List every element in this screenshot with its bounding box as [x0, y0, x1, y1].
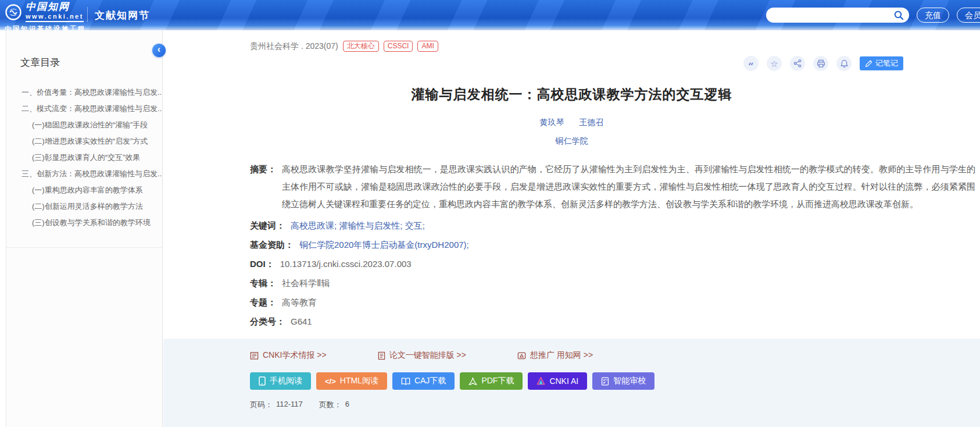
doi-label: DOI：	[250, 258, 274, 271]
topic-label: 专题：	[250, 296, 276, 309]
toc-item-1[interactable]: 一、价值考量：高校思政课灌输性与启发...	[6, 84, 162, 101]
abstract-text: 高校思政课教学坚持灌输与启发相统一，是思政课实践认识的产物，它经历了从灌输性为主…	[282, 161, 975, 213]
clc-row: 分类号： G641	[250, 315, 975, 328]
print-button[interactable]	[813, 56, 828, 71]
take-note-button[interactable]: 记笔记	[860, 56, 903, 70]
keywords-label: 关键词：	[250, 219, 285, 232]
toc-item-3-2[interactable]: (二)创新运用灵活多样的教学方法	[6, 198, 162, 215]
member-button[interactable]: 会员	[957, 8, 980, 23]
promo-smart-typeset[interactable]: 论文一键智能排版 >>	[378, 350, 466, 361]
clc-label: 分类号：	[250, 315, 285, 328]
topic-row: 专题： 高等教育	[250, 296, 975, 309]
doi-value: 10.13713/j.cnki.cssci.2023.07.003	[280, 258, 412, 271]
code-icon: </>	[325, 377, 336, 386]
button-label: HTML阅读	[340, 376, 378, 386]
printer-icon	[817, 59, 825, 68]
cnki-logo-icon	[5, 3, 22, 21]
search-input[interactable]	[766, 8, 909, 23]
quote-icon: “	[748, 64, 754, 69]
toc-item-3-1[interactable]: (一)重构思政内容丰富的教学体系	[6, 182, 162, 198]
header-search-box	[766, 8, 909, 23]
ai-logo-icon	[537, 377, 545, 385]
fund-row: 基金资助： 铜仁学院2020年博士启动基金(trxyDH2007);	[250, 239, 975, 251]
pencil-icon	[865, 60, 872, 67]
toc-item-3-3[interactable]: (三)创设教与学关系和谐的教学环境	[6, 215, 162, 231]
journal-row: 贵州社会科学 . 2023(07) 北大核心 CSSCI AMI	[163, 30, 980, 52]
album-label: 专辑：	[250, 277, 276, 290]
article-main: 贵州社会科学 . 2023(07) 北大核心 CSSCI AMI “ ☆	[163, 30, 980, 427]
badge-ami[interactable]: AMI	[417, 41, 438, 52]
cnki-logo[interactable]: 中国知网 www.cnki.net 中国知识基础设施工程	[5, 2, 86, 30]
cite-button[interactable]: “	[743, 56, 759, 71]
author-row: 黄玖琴 王德召	[163, 118, 980, 128]
promo-label: 想推广 用知网 >>	[530, 350, 593, 361]
toc-title: 文章目录	[20, 56, 162, 69]
journal-link[interactable]: 贵州社会科学 . 2023(07)	[250, 41, 338, 52]
html-read-button[interactable]: </> HTML阅读	[316, 372, 387, 390]
button-label: PDF下载	[481, 376, 514, 386]
article-meta: 摘要： 高校思政课教学坚持灌输与启发相统一，是思政课实践认识的产物，它经历了从灌…	[250, 161, 975, 328]
promo-academic-intel[interactable]: CNKI学术情报 >>	[250, 350, 327, 361]
article-action-toolbar: “ ☆	[743, 56, 903, 71]
share-icon	[793, 59, 802, 67]
toc-item-2-2[interactable]: (二)增进思政课实效性的“启发”方式	[6, 133, 162, 150]
album-value: 社会科学Ⅱ辑	[282, 277, 330, 290]
mobile-read-button[interactable]: 手机阅读	[250, 372, 311, 390]
page-count-label: 页数：	[319, 400, 342, 410]
proofread-icon	[601, 377, 609, 386]
keywords-value[interactable]: 高校思政课; 灌输性与启发性; 交互;	[291, 219, 425, 232]
button-label: 手机阅读	[270, 376, 302, 386]
keywords-row: 关键词： 高校思政课; 灌输性与启发性; 交互;	[250, 219, 975, 232]
promo-label: 论文一键智能排版 >>	[389, 350, 466, 361]
badge-cssci[interactable]: CSSCI	[384, 41, 413, 52]
clc-value: G641	[291, 315, 312, 328]
promo-row: CNKI学术情报 >> 论文一键智能排版 >> 想推广 用知网 >>	[250, 339, 980, 361]
toc-list: 一、价值考量：高校思政课灌输性与启发... 二、模式流变：高校思政课灌输性与启发…	[6, 84, 162, 231]
caj-download-button[interactable]: CAJ下载	[392, 372, 455, 390]
site-section-title: 文献知网节	[95, 9, 150, 22]
note-button-label: 记笔记	[875, 58, 898, 69]
abstract-row: 摘要： 高校思政课教学坚持灌输与启发相统一，是思政课实践认识的产物，它经历了从灌…	[250, 161, 975, 213]
toc-item-2-3[interactable]: (三)彰显思政课育人的“交互”效果	[6, 150, 162, 166]
bell-icon	[840, 59, 849, 68]
button-label: CNKI AI	[549, 376, 578, 386]
toc-item-2-1[interactable]: (一)稳固思政课政治性的“灌输”手段	[6, 117, 162, 133]
pdf-download-button[interactable]: PDF下载	[460, 372, 523, 390]
album-row: 专辑： 社会科学Ⅱ辑	[250, 277, 975, 290]
toc-item-2[interactable]: 二、模式流变：高校思政课灌输性与启发...	[6, 101, 162, 117]
author-link-2[interactable]: 王德召	[580, 118, 604, 128]
phone-icon	[259, 376, 266, 386]
alert-button[interactable]	[836, 56, 852, 71]
article-toc-sidebar: 文章目录 一、价值考量：高校思政课灌输性与启发... 二、模式流变：高校思政课灌…	[6, 30, 163, 427]
logo-url-text: www.cnki.net	[26, 13, 84, 22]
sidebar-divider	[6, 247, 162, 248]
sidebar-collapse-button[interactable]: ‹	[152, 44, 166, 57]
download-button-row: 手机阅读 </> HTML阅读 CAJ下载 PDF下载	[250, 372, 980, 390]
promo-advertise[interactable]: 想推广 用知网 >>	[517, 350, 593, 361]
favorite-button[interactable]: ☆	[767, 56, 782, 71]
newspaper-icon	[250, 351, 259, 360]
fund-value[interactable]: 铜仁学院2020年博士启动基金(trxyDH2007);	[299, 239, 469, 251]
header-divider	[87, 7, 88, 22]
smart-proofread-button[interactable]: 智能审校	[592, 372, 654, 390]
share-button[interactable]	[790, 56, 805, 71]
toc-item-3[interactable]: 三、创新方法：高校思政课灌输性与启发...	[6, 166, 162, 182]
button-label: 智能审校	[613, 376, 646, 386]
abstract-label: 摘要：	[250, 161, 276, 213]
affiliation-link[interactable]: 铜仁学院	[163, 136, 980, 147]
badge-beida-core[interactable]: 北大核心	[343, 41, 379, 52]
article-title: 灌输与启发相统一：高校思政课教学方法的交互逻辑	[198, 86, 945, 104]
search-icon[interactable]	[893, 10, 904, 20]
megaphone-icon	[517, 351, 526, 360]
article-footer: CNKI学术情报 >> 论文一键智能排版 >> 想推广 用知网 >>	[163, 339, 980, 427]
document-icon	[378, 351, 385, 360]
cnki-ai-button[interactable]: CNKI AI	[528, 372, 587, 390]
author-link-1[interactable]: 黄玖琴	[540, 118, 564, 128]
page-range-label: 页码：	[250, 400, 273, 410]
recharge-button[interactable]: 充值	[917, 8, 949, 23]
topic-value: 高等教育	[282, 296, 317, 309]
pdf-icon	[468, 377, 477, 386]
doi-row: DOI： 10.13713/j.cnki.cssci.2023.07.003	[250, 258, 975, 271]
top-header: 中国知网 www.cnki.net 中国知识基础设施工程 文献知网节 充值 会员	[0, 0, 980, 30]
book-icon	[401, 377, 410, 386]
